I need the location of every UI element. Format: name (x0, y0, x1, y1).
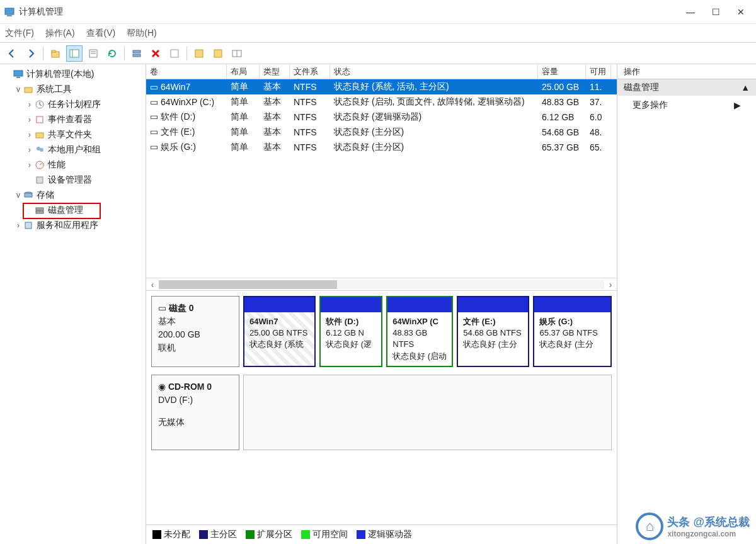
volume-row[interactable]: ▭ 文件 (E:) 简单 基本 NTFS 状态良好 (主分区) 54.68 GB… (146, 125, 617, 140)
list-button[interactable] (229, 45, 245, 62)
part-size: 25.00 GB NTFS (249, 327, 309, 339)
partition[interactable]: 娱乐 (G:) 65.37 GB NTFS 状态良好 (主分 (533, 296, 612, 367)
vol-type: 基本 (260, 80, 290, 94)
disk-map: ▭ 磁盘 0 基本 200.00 GB 联机 64Win7 25.00 GB N… (146, 291, 617, 524)
vol-name: 文件 (E:) (161, 127, 195, 137)
minimize-button[interactable]: — (685, 7, 696, 17)
delete-button[interactable] (147, 45, 164, 62)
tree-label: 本地用户和组 (48, 144, 101, 156)
actions-section[interactable]: 磁盘管理 ▲ (617, 79, 756, 96)
yellow2-button[interactable] (210, 45, 226, 62)
drive-icon: ▭ (150, 82, 161, 92)
vol-fs: NTFS (290, 126, 330, 139)
partition[interactable]: 64Win7 25.00 GB NTFS 状态良好 (系统 (243, 296, 316, 367)
yellow1-button[interactable] (191, 45, 207, 62)
cdrom-empty (243, 375, 612, 450)
col-volume[interactable]: 卷 (146, 64, 227, 79)
actions-more[interactable]: 更多操作 ▶ (617, 96, 756, 115)
col-status[interactable]: 状态 (330, 64, 538, 79)
menu-view[interactable]: 查看(V) (86, 28, 116, 39)
menu-help[interactable]: 帮助(H) (127, 28, 156, 39)
partition[interactable]: 软件 (D:) 6.12 GB N 状态良好 (逻 (319, 296, 382, 367)
maximize-button[interactable]: ☐ (711, 7, 721, 17)
vol-free: 37. (586, 96, 611, 108)
volume-row[interactable]: ▭ 软件 (D:) 简单 基本 NTFS 状态良好 (逻辑驱动器) 6.12 G… (146, 110, 617, 125)
tree-storage[interactable]: v存储 (1, 188, 144, 203)
svg-rect-4 (70, 50, 79, 57)
actions-more-label: 更多操作 (633, 99, 668, 111)
volume-row[interactable]: ▭ 64WinXP (C:) 简单 基本 NTFS 状态良好 (启动, 页面文件… (146, 94, 617, 110)
tree-sharedfolders[interactable]: ›共享文件夹 (1, 127, 144, 142)
window-title: 计算机管理 (19, 6, 685, 18)
legend-swatch-extended (246, 530, 255, 539)
refresh-button[interactable] (104, 45, 120, 62)
part-size: 54.68 GB NTFS (463, 327, 523, 339)
col-layout[interactable]: 布局 (227, 64, 260, 79)
back-button[interactable] (4, 45, 20, 62)
partitions: 64Win7 25.00 GB NTFS 状态良好 (系统 软件 (D:) 6.… (243, 296, 612, 367)
part-name: 娱乐 (G:) (539, 316, 605, 327)
scroll-right-icon[interactable]: › (604, 280, 617, 290)
cdrom-status: 无媒体 (158, 416, 232, 429)
tree-systools[interactable]: v系统工具 (1, 82, 144, 97)
menu-file[interactable]: 文件(F) (5, 28, 34, 39)
vol-layout: 简单 (227, 125, 260, 139)
vol-type: 基本 (260, 95, 290, 109)
vol-name: 64WinXP (C:) (161, 97, 214, 107)
svg-rect-10 (133, 54, 140, 57)
tree-root[interactable]: 计算机管理(本地) (1, 67, 144, 82)
volume-row[interactable]: ▭ 64Win7 简单 基本 NTFS 状态良好 (系统, 活动, 主分区) 2… (146, 79, 617, 94)
tree-label: 磁盘管理 (48, 205, 83, 216)
col-fs[interactable]: 文件系统 (290, 64, 330, 79)
vol-name: 64Win7 (161, 82, 190, 92)
vol-type: 基本 (260, 140, 290, 154)
col-capacity[interactable]: 容量 (538, 64, 586, 79)
vol-free: 65. (586, 141, 611, 154)
tree-services[interactable]: ›服务和应用程序 (1, 218, 144, 233)
vol-cap: 6.12 GB (538, 111, 586, 123)
properties-button[interactable] (85, 45, 101, 62)
vol-type: 基本 (260, 110, 290, 124)
vol-layout: 简单 (227, 110, 260, 124)
vol-cap: 54.68 GB (538, 126, 586, 139)
forward-button[interactable] (23, 45, 39, 62)
vol-status: 状态良好 (系统, 活动, 主分区) (330, 80, 538, 94)
tree-taskscheduler[interactable]: ›任务计划程序 (1, 97, 144, 112)
volume-row[interactable]: ▭ 娱乐 (G:) 简单 基本 NTFS 状态良好 (主分区) 65.37 GB… (146, 140, 617, 155)
tree-eventviewer[interactable]: ›事件查看器 (1, 112, 144, 127)
up-button[interactable] (47, 45, 64, 62)
menu-action[interactable]: 操作(A) (45, 28, 75, 39)
tools-icon (23, 84, 34, 95)
center-pane: 卷 布局 类型 文件系统 状态 容量 可用 ▭ 64Win7 简单 基本 NTF… (146, 64, 617, 544)
svg-rect-13 (214, 50, 222, 57)
disk0-head[interactable]: ▭ 磁盘 0 基本 200.00 GB 联机 (151, 296, 239, 367)
svg-point-23 (40, 148, 43, 152)
tree-performance[interactable]: ›性能 (1, 157, 144, 173)
tree-label: 共享文件夹 (48, 129, 92, 140)
col-free[interactable]: 可用 (586, 64, 611, 79)
collapse-icon[interactable]: ▲ (741, 82, 750, 93)
scroll-thumb[interactable] (159, 280, 337, 289)
help2-button[interactable] (166, 45, 183, 62)
tree-label: 任务计划程序 (48, 99, 101, 110)
col-type[interactable]: 类型 (260, 64, 290, 79)
cdrom-head[interactable]: ◉ CD-ROM 0 DVD (F:) 无媒体 (151, 375, 239, 450)
close-button[interactable]: ✕ (736, 7, 746, 17)
svg-rect-11 (171, 50, 178, 57)
settings-button[interactable] (129, 45, 145, 62)
svg-rect-29 (36, 211, 43, 213)
tree-devicemgr[interactable]: 设备管理器 (1, 173, 144, 188)
tree-diskmanagement[interactable]: 磁盘管理 (1, 203, 144, 218)
app-icon (4, 6, 15, 18)
part-name: 64Win7 (249, 316, 309, 327)
h-scrollbar[interactable]: ‹ › (146, 278, 617, 290)
svg-rect-28 (36, 208, 43, 210)
show-hide-tree-button[interactable] (66, 45, 83, 62)
scroll-left-icon[interactable]: ‹ (146, 280, 159, 290)
partition[interactable]: 64WinXP (C 48.83 GB NTFS 状态良好 (启动 (386, 296, 453, 367)
tree-localusers[interactable]: ›本地用户和组 (1, 142, 144, 157)
volume-rows: ▭ 64Win7 简单 基本 NTFS 状态良好 (系统, 活动, 主分区) 2… (146, 79, 617, 278)
partition[interactable]: 文件 (E:) 54.68 GB NTFS 状态良好 (主分 (457, 296, 529, 367)
legend-label: 主分区 (210, 529, 237, 539)
titlebar: 计算机管理 — ☐ ✕ (0, 0, 756, 24)
